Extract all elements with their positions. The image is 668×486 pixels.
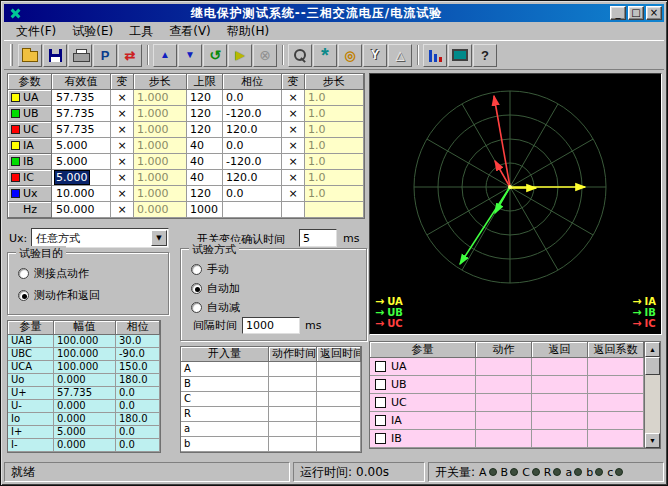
menu-item[interactable]: 查看(V) [161,22,219,41]
derived-amplitude-cell: 5.000 [54,426,116,439]
phase-cell[interactable]: 0.0 [223,90,282,106]
radio-option[interactable]: 手动 [191,262,240,277]
value-cell[interactable]: 10.000 [52,186,111,202]
result-row: IA [370,412,644,430]
vary-toggle-cell[interactable]: × [111,138,134,154]
limit-cell[interactable]: 120 [187,90,223,106]
checkbox[interactable] [375,361,386,372]
vary-toggle-cell[interactable]: × [282,186,305,202]
radio-option[interactable]: 自动减 [191,300,240,315]
title-bar[interactable]: 继电保护测试系统--三相交流电压/电流试验 _ □ × [4,4,664,22]
rays-icon [321,50,329,61]
output-button[interactable] [93,44,117,67]
limit-cell[interactable]: 120 [187,106,223,122]
minimize-button[interactable]: _ [610,6,626,20]
vary-toggle-cell[interactable]: × [111,154,134,170]
toolbar-handle[interactable] [10,44,13,66]
column-header: 返回 [532,342,588,358]
scroll-up-button[interactable] [645,342,660,357]
vary-toggle-cell[interactable]: × [111,170,134,186]
result-table-scrollbar[interactable] [644,342,660,448]
value-cell[interactable]: 57.735 [52,106,111,122]
limit-cell[interactable]: 40 [187,170,223,186]
chevron-down-icon[interactable] [151,230,167,246]
chart-button[interactable] [423,44,447,67]
vary-toggle-cell[interactable]: × [111,106,134,122]
parameter-label: IA [23,139,34,152]
step-up-button[interactable] [153,44,177,67]
stop-icon [259,48,271,62]
limit-cell[interactable]: 40 [187,154,223,170]
value-cell[interactable]: 5.000 [52,170,111,186]
save-button[interactable] [43,44,67,67]
vary-toggle-cell[interactable]: × [111,122,134,138]
print-button[interactable] [68,44,92,67]
checkbox[interactable] [375,433,386,444]
phase-cell[interactable]: 120.0 [223,170,282,186]
vary-toggle-cell[interactable]: × [282,122,305,138]
monitor-button[interactable] [448,44,472,67]
vary-toggle-cell[interactable]: × [282,138,305,154]
stop-button[interactable] [253,44,277,67]
circle-button[interactable] [338,44,362,67]
reset-button[interactable] [203,44,227,67]
scrollbar-track[interactable] [645,357,660,433]
open-button[interactable] [18,44,42,67]
radio-option[interactable]: 自动加 [191,281,240,296]
group-title: 试验目的 [16,246,66,261]
phase-cell[interactable]: 0.0 [223,186,282,202]
limit-cell[interactable]: 120 [187,122,223,138]
menu-item[interactable]: 帮助(H) [219,22,277,41]
start-button[interactable] [228,44,252,67]
value-cell[interactable]: 5.000 [52,154,111,170]
phase-cell[interactable] [223,202,282,218]
scroll-down-button[interactable] [645,433,660,448]
scrollbar-thumb[interactable] [645,357,660,375]
radio-option[interactable]: 测接点动作 [18,266,100,281]
limit-cell[interactable]: 1000 [187,202,223,218]
value-cell[interactable]: 50.000 [52,202,111,218]
menu-item[interactable]: 试验(E) [64,22,121,41]
interval-time-input[interactable] [242,317,300,334]
menu-item[interactable]: 文件(F) [8,22,64,41]
zoom-button[interactable] [288,44,312,67]
checkbox[interactable] [375,415,386,426]
value-cell[interactable]: 5.000 [52,138,111,154]
wiring-button[interactable] [118,44,142,67]
led-icon [532,468,540,476]
result-row: IB [370,430,644,448]
switch-confirm-unit: ms [343,232,359,245]
vary-toggle-cell[interactable]: × [111,202,134,218]
wye-button[interactable] [363,44,387,67]
phase-cell[interactable]: -120.0 [223,154,282,170]
radio-option[interactable]: 测动作和返回 [18,288,100,303]
ux-mode-dropdown[interactable]: 任意方式 [31,228,169,248]
vary-toggle-cell[interactable]: × [282,154,305,170]
radio-label: 测动作和返回 [34,288,100,303]
value-cell[interactable]: 57.735 [52,90,111,106]
vary-toggle-cell[interactable]: × [282,90,305,106]
value-cell[interactable]: 57.735 [52,122,111,138]
phase-cell[interactable]: 120.0 [223,122,282,138]
action-value-cell [476,376,532,394]
vary-toggle-cell[interactable]: × [282,106,305,122]
checkbox[interactable] [375,379,386,390]
limit-cell[interactable]: 120 [187,186,223,202]
vary-toggle-cell[interactable]: × [111,186,134,202]
return-time-cell [317,362,361,377]
phase-cell[interactable]: -120.0 [223,106,282,122]
menu-item[interactable]: 工具 [121,22,161,41]
close-button[interactable]: × [646,6,662,20]
center-button[interactable] [313,44,337,67]
help-button[interactable] [473,44,497,67]
phase-cell[interactable]: 0.0 [223,138,282,154]
limit-cell[interactable]: 40 [187,138,223,154]
checkbox[interactable] [375,397,386,408]
delta-button[interactable] [388,44,412,67]
switch-confirm-time-input[interactable] [299,229,337,247]
step-down-button[interactable] [178,44,202,67]
maximize-button[interactable]: □ [628,6,644,20]
vary-toggle-cell[interactable]: × [111,90,134,106]
vary-toggle-cell[interactable] [282,202,305,218]
vary-toggle-cell[interactable]: × [282,170,305,186]
